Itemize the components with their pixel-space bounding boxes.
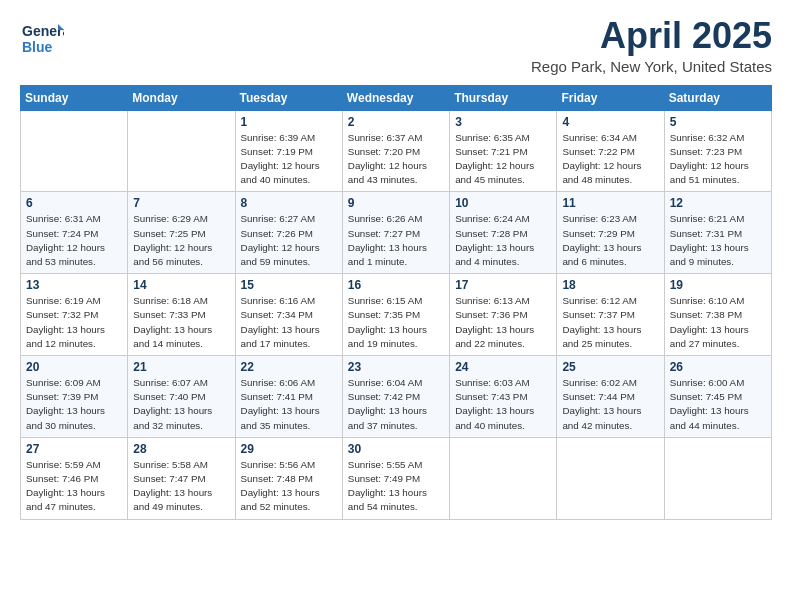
day-detail: Sunrise: 6:02 AM Sunset: 7:44 PM Dayligh… [562, 376, 658, 433]
calendar-cell: 16Sunrise: 6:15 AM Sunset: 7:35 PM Dayli… [342, 274, 449, 356]
day-number: 24 [455, 360, 551, 374]
day-detail: Sunrise: 6:29 AM Sunset: 7:25 PM Dayligh… [133, 212, 229, 269]
day-number: 19 [670, 278, 766, 292]
calendar-cell [557, 437, 664, 519]
day-detail: Sunrise: 6:31 AM Sunset: 7:24 PM Dayligh… [26, 212, 122, 269]
day-number: 6 [26, 196, 122, 210]
day-detail: Sunrise: 6:37 AM Sunset: 7:20 PM Dayligh… [348, 131, 444, 188]
calendar-cell: 17Sunrise: 6:13 AM Sunset: 7:36 PM Dayli… [450, 274, 557, 356]
day-number: 12 [670, 196, 766, 210]
day-detail: Sunrise: 6:24 AM Sunset: 7:28 PM Dayligh… [455, 212, 551, 269]
calendar-week-row: 27Sunrise: 5:59 AM Sunset: 7:46 PM Dayli… [21, 437, 772, 519]
calendar-cell: 3Sunrise: 6:35 AM Sunset: 7:21 PM Daylig… [450, 110, 557, 192]
day-detail: Sunrise: 6:23 AM Sunset: 7:29 PM Dayligh… [562, 212, 658, 269]
day-number: 15 [241, 278, 337, 292]
day-detail: Sunrise: 6:32 AM Sunset: 7:23 PM Dayligh… [670, 131, 766, 188]
calendar-cell: 10Sunrise: 6:24 AM Sunset: 7:28 PM Dayli… [450, 192, 557, 274]
day-detail: Sunrise: 6:21 AM Sunset: 7:31 PM Dayligh… [670, 212, 766, 269]
day-number: 2 [348, 115, 444, 129]
calendar-table: SundayMondayTuesdayWednesdayThursdayFrid… [20, 85, 772, 520]
calendar-cell: 19Sunrise: 6:10 AM Sunset: 7:38 PM Dayli… [664, 274, 771, 356]
calendar-cell: 9Sunrise: 6:26 AM Sunset: 7:27 PM Daylig… [342, 192, 449, 274]
calendar-cell: 29Sunrise: 5:56 AM Sunset: 7:48 PM Dayli… [235, 437, 342, 519]
day-detail: Sunrise: 6:03 AM Sunset: 7:43 PM Dayligh… [455, 376, 551, 433]
day-number: 29 [241, 442, 337, 456]
day-number: 10 [455, 196, 551, 210]
page-subtitle: Rego Park, New York, United States [531, 58, 772, 75]
day-number: 27 [26, 442, 122, 456]
day-detail: Sunrise: 6:07 AM Sunset: 7:40 PM Dayligh… [133, 376, 229, 433]
calendar-cell: 4Sunrise: 6:34 AM Sunset: 7:22 PM Daylig… [557, 110, 664, 192]
day-detail: Sunrise: 6:04 AM Sunset: 7:42 PM Dayligh… [348, 376, 444, 433]
day-number: 20 [26, 360, 122, 374]
svg-text:General: General [22, 23, 64, 39]
day-number: 3 [455, 115, 551, 129]
calendar-cell: 6Sunrise: 6:31 AM Sunset: 7:24 PM Daylig… [21, 192, 128, 274]
calendar-cell: 20Sunrise: 6:09 AM Sunset: 7:39 PM Dayli… [21, 356, 128, 438]
day-detail: Sunrise: 5:59 AM Sunset: 7:46 PM Dayligh… [26, 458, 122, 515]
calendar-cell: 1Sunrise: 6:39 AM Sunset: 7:19 PM Daylig… [235, 110, 342, 192]
day-detail: Sunrise: 6:12 AM Sunset: 7:37 PM Dayligh… [562, 294, 658, 351]
calendar-cell: 7Sunrise: 6:29 AM Sunset: 7:25 PM Daylig… [128, 192, 235, 274]
day-number: 13 [26, 278, 122, 292]
day-detail: Sunrise: 5:58 AM Sunset: 7:47 PM Dayligh… [133, 458, 229, 515]
day-number: 23 [348, 360, 444, 374]
calendar-cell: 12Sunrise: 6:21 AM Sunset: 7:31 PM Dayli… [664, 192, 771, 274]
calendar-cell: 25Sunrise: 6:02 AM Sunset: 7:44 PM Dayli… [557, 356, 664, 438]
day-detail: Sunrise: 6:10 AM Sunset: 7:38 PM Dayligh… [670, 294, 766, 351]
calendar-cell: 5Sunrise: 6:32 AM Sunset: 7:23 PM Daylig… [664, 110, 771, 192]
title-block: April 2025 Rego Park, New York, United S… [531, 16, 772, 75]
weekday-header: Monday [128, 85, 235, 110]
weekday-header: Sunday [21, 85, 128, 110]
day-number: 8 [241, 196, 337, 210]
calendar-cell [450, 437, 557, 519]
calendar-week-row: 1Sunrise: 6:39 AM Sunset: 7:19 PM Daylig… [21, 110, 772, 192]
calendar-cell: 13Sunrise: 6:19 AM Sunset: 7:32 PM Dayli… [21, 274, 128, 356]
day-number: 11 [562, 196, 658, 210]
day-number: 18 [562, 278, 658, 292]
page-title: April 2025 [531, 16, 772, 56]
calendar-cell: 14Sunrise: 6:18 AM Sunset: 7:33 PM Dayli… [128, 274, 235, 356]
day-detail: Sunrise: 6:18 AM Sunset: 7:33 PM Dayligh… [133, 294, 229, 351]
day-number: 5 [670, 115, 766, 129]
day-detail: Sunrise: 6:13 AM Sunset: 7:36 PM Dayligh… [455, 294, 551, 351]
weekday-header: Thursday [450, 85, 557, 110]
logo: General Blue [20, 16, 64, 60]
calendar-cell: 27Sunrise: 5:59 AM Sunset: 7:46 PM Dayli… [21, 437, 128, 519]
calendar-week-row: 20Sunrise: 6:09 AM Sunset: 7:39 PM Dayli… [21, 356, 772, 438]
weekday-header: Saturday [664, 85, 771, 110]
day-detail: Sunrise: 6:06 AM Sunset: 7:41 PM Dayligh… [241, 376, 337, 433]
day-number: 28 [133, 442, 229, 456]
calendar-cell: 11Sunrise: 6:23 AM Sunset: 7:29 PM Dayli… [557, 192, 664, 274]
calendar-cell: 24Sunrise: 6:03 AM Sunset: 7:43 PM Dayli… [450, 356, 557, 438]
calendar-cell [128, 110, 235, 192]
day-detail: Sunrise: 6:35 AM Sunset: 7:21 PM Dayligh… [455, 131, 551, 188]
logo-icon: General Blue [20, 16, 64, 60]
day-detail: Sunrise: 5:55 AM Sunset: 7:49 PM Dayligh… [348, 458, 444, 515]
day-number: 26 [670, 360, 766, 374]
calendar-cell: 15Sunrise: 6:16 AM Sunset: 7:34 PM Dayli… [235, 274, 342, 356]
calendar-week-row: 13Sunrise: 6:19 AM Sunset: 7:32 PM Dayli… [21, 274, 772, 356]
calendar-cell [21, 110, 128, 192]
calendar-cell: 23Sunrise: 6:04 AM Sunset: 7:42 PM Dayli… [342, 356, 449, 438]
day-number: 22 [241, 360, 337, 374]
day-detail: Sunrise: 6:09 AM Sunset: 7:39 PM Dayligh… [26, 376, 122, 433]
day-number: 16 [348, 278, 444, 292]
day-detail: Sunrise: 5:56 AM Sunset: 7:48 PM Dayligh… [241, 458, 337, 515]
calendar-cell: 2Sunrise: 6:37 AM Sunset: 7:20 PM Daylig… [342, 110, 449, 192]
calendar-cell: 18Sunrise: 6:12 AM Sunset: 7:37 PM Dayli… [557, 274, 664, 356]
page: General Blue April 2025 Rego Park, New Y… [0, 0, 792, 612]
day-number: 4 [562, 115, 658, 129]
day-number: 17 [455, 278, 551, 292]
day-detail: Sunrise: 6:27 AM Sunset: 7:26 PM Dayligh… [241, 212, 337, 269]
calendar-cell: 21Sunrise: 6:07 AM Sunset: 7:40 PM Dayli… [128, 356, 235, 438]
day-number: 7 [133, 196, 229, 210]
calendar-cell: 22Sunrise: 6:06 AM Sunset: 7:41 PM Dayli… [235, 356, 342, 438]
header: General Blue April 2025 Rego Park, New Y… [20, 16, 772, 75]
calendar-cell: 8Sunrise: 6:27 AM Sunset: 7:26 PM Daylig… [235, 192, 342, 274]
calendar-cell: 26Sunrise: 6:00 AM Sunset: 7:45 PM Dayli… [664, 356, 771, 438]
calendar-cell: 30Sunrise: 5:55 AM Sunset: 7:49 PM Dayli… [342, 437, 449, 519]
day-detail: Sunrise: 6:39 AM Sunset: 7:19 PM Dayligh… [241, 131, 337, 188]
weekday-header: Tuesday [235, 85, 342, 110]
calendar-week-row: 6Sunrise: 6:31 AM Sunset: 7:24 PM Daylig… [21, 192, 772, 274]
